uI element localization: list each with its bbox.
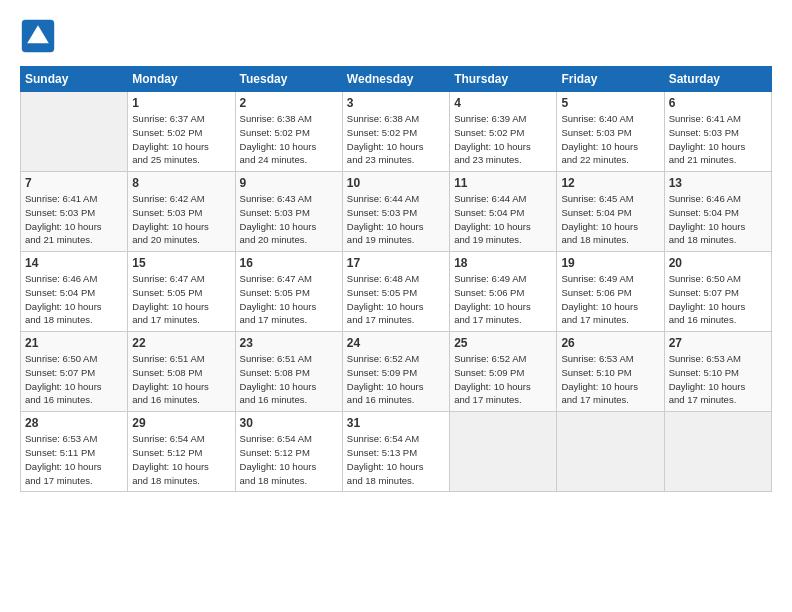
day-info: Sunrise: 6:54 AM Sunset: 5:12 PM Dayligh…: [240, 432, 338, 487]
day-number: 14: [25, 256, 123, 270]
day-info: Sunrise: 6:50 AM Sunset: 5:07 PM Dayligh…: [669, 272, 767, 327]
day-number: 29: [132, 416, 230, 430]
day-number: 25: [454, 336, 552, 350]
day-cell: 24Sunrise: 6:52 AM Sunset: 5:09 PM Dayli…: [342, 332, 449, 412]
day-number: 27: [669, 336, 767, 350]
day-number: 5: [561, 96, 659, 110]
day-info: Sunrise: 6:46 AM Sunset: 5:04 PM Dayligh…: [669, 192, 767, 247]
day-number: 26: [561, 336, 659, 350]
day-number: 7: [25, 176, 123, 190]
col-header-sunday: Sunday: [21, 67, 128, 92]
day-cell: 30Sunrise: 6:54 AM Sunset: 5:12 PM Dayli…: [235, 412, 342, 492]
day-info: Sunrise: 6:49 AM Sunset: 5:06 PM Dayligh…: [454, 272, 552, 327]
week-row-5: 28Sunrise: 6:53 AM Sunset: 5:11 PM Dayli…: [21, 412, 772, 492]
day-number: 17: [347, 256, 445, 270]
day-info: Sunrise: 6:42 AM Sunset: 5:03 PM Dayligh…: [132, 192, 230, 247]
day-info: Sunrise: 6:50 AM Sunset: 5:07 PM Dayligh…: [25, 352, 123, 407]
logo-icon: [20, 18, 56, 54]
day-cell: 6Sunrise: 6:41 AM Sunset: 5:03 PM Daylig…: [664, 92, 771, 172]
day-cell: 20Sunrise: 6:50 AM Sunset: 5:07 PM Dayli…: [664, 252, 771, 332]
col-header-friday: Friday: [557, 67, 664, 92]
day-info: Sunrise: 6:44 AM Sunset: 5:03 PM Dayligh…: [347, 192, 445, 247]
day-cell: 14Sunrise: 6:46 AM Sunset: 5:04 PM Dayli…: [21, 252, 128, 332]
col-header-thursday: Thursday: [450, 67, 557, 92]
day-cell: 22Sunrise: 6:51 AM Sunset: 5:08 PM Dayli…: [128, 332, 235, 412]
day-cell: 25Sunrise: 6:52 AM Sunset: 5:09 PM Dayli…: [450, 332, 557, 412]
day-number: 13: [669, 176, 767, 190]
day-cell: 8Sunrise: 6:42 AM Sunset: 5:03 PM Daylig…: [128, 172, 235, 252]
day-cell: 15Sunrise: 6:47 AM Sunset: 5:05 PM Dayli…: [128, 252, 235, 332]
day-number: 24: [347, 336, 445, 350]
day-info: Sunrise: 6:54 AM Sunset: 5:13 PM Dayligh…: [347, 432, 445, 487]
day-number: 30: [240, 416, 338, 430]
calendar-table: SundayMondayTuesdayWednesdayThursdayFrid…: [20, 66, 772, 492]
day-number: 31: [347, 416, 445, 430]
day-number: 12: [561, 176, 659, 190]
day-info: Sunrise: 6:53 AM Sunset: 5:11 PM Dayligh…: [25, 432, 123, 487]
day-cell: [664, 412, 771, 492]
day-info: Sunrise: 6:54 AM Sunset: 5:12 PM Dayligh…: [132, 432, 230, 487]
day-cell: 3Sunrise: 6:38 AM Sunset: 5:02 PM Daylig…: [342, 92, 449, 172]
day-number: 22: [132, 336, 230, 350]
day-number: 28: [25, 416, 123, 430]
header: [20, 18, 772, 54]
day-cell: 9Sunrise: 6:43 AM Sunset: 5:03 PM Daylig…: [235, 172, 342, 252]
col-header-wednesday: Wednesday: [342, 67, 449, 92]
week-row-2: 7Sunrise: 6:41 AM Sunset: 5:03 PM Daylig…: [21, 172, 772, 252]
day-info: Sunrise: 6:41 AM Sunset: 5:03 PM Dayligh…: [25, 192, 123, 247]
day-info: Sunrise: 6:47 AM Sunset: 5:05 PM Dayligh…: [240, 272, 338, 327]
day-number: 10: [347, 176, 445, 190]
day-cell: 27Sunrise: 6:53 AM Sunset: 5:10 PM Dayli…: [664, 332, 771, 412]
day-cell: 10Sunrise: 6:44 AM Sunset: 5:03 PM Dayli…: [342, 172, 449, 252]
day-info: Sunrise: 6:49 AM Sunset: 5:06 PM Dayligh…: [561, 272, 659, 327]
day-number: 6: [669, 96, 767, 110]
day-number: 2: [240, 96, 338, 110]
day-cell: 5Sunrise: 6:40 AM Sunset: 5:03 PM Daylig…: [557, 92, 664, 172]
day-info: Sunrise: 6:53 AM Sunset: 5:10 PM Dayligh…: [561, 352, 659, 407]
day-number: 15: [132, 256, 230, 270]
day-info: Sunrise: 6:47 AM Sunset: 5:05 PM Dayligh…: [132, 272, 230, 327]
col-header-saturday: Saturday: [664, 67, 771, 92]
week-row-4: 21Sunrise: 6:50 AM Sunset: 5:07 PM Dayli…: [21, 332, 772, 412]
day-number: 23: [240, 336, 338, 350]
day-cell: 11Sunrise: 6:44 AM Sunset: 5:04 PM Dayli…: [450, 172, 557, 252]
day-info: Sunrise: 6:43 AM Sunset: 5:03 PM Dayligh…: [240, 192, 338, 247]
day-number: 4: [454, 96, 552, 110]
week-row-1: 1Sunrise: 6:37 AM Sunset: 5:02 PM Daylig…: [21, 92, 772, 172]
day-number: 19: [561, 256, 659, 270]
day-info: Sunrise: 6:52 AM Sunset: 5:09 PM Dayligh…: [347, 352, 445, 407]
day-cell: 17Sunrise: 6:48 AM Sunset: 5:05 PM Dayli…: [342, 252, 449, 332]
day-cell: 23Sunrise: 6:51 AM Sunset: 5:08 PM Dayli…: [235, 332, 342, 412]
day-cell: 19Sunrise: 6:49 AM Sunset: 5:06 PM Dayli…: [557, 252, 664, 332]
day-cell: 1Sunrise: 6:37 AM Sunset: 5:02 PM Daylig…: [128, 92, 235, 172]
day-info: Sunrise: 6:52 AM Sunset: 5:09 PM Dayligh…: [454, 352, 552, 407]
day-info: Sunrise: 6:40 AM Sunset: 5:03 PM Dayligh…: [561, 112, 659, 167]
day-cell: 13Sunrise: 6:46 AM Sunset: 5:04 PM Dayli…: [664, 172, 771, 252]
page: SundayMondayTuesdayWednesdayThursdayFrid…: [0, 0, 792, 504]
day-cell: 18Sunrise: 6:49 AM Sunset: 5:06 PM Dayli…: [450, 252, 557, 332]
col-header-monday: Monday: [128, 67, 235, 92]
day-number: 1: [132, 96, 230, 110]
day-cell: [21, 92, 128, 172]
day-number: 9: [240, 176, 338, 190]
day-number: 20: [669, 256, 767, 270]
day-info: Sunrise: 6:51 AM Sunset: 5:08 PM Dayligh…: [132, 352, 230, 407]
day-info: Sunrise: 6:45 AM Sunset: 5:04 PM Dayligh…: [561, 192, 659, 247]
day-number: 11: [454, 176, 552, 190]
day-info: Sunrise: 6:51 AM Sunset: 5:08 PM Dayligh…: [240, 352, 338, 407]
logo: [20, 18, 60, 54]
day-info: Sunrise: 6:44 AM Sunset: 5:04 PM Dayligh…: [454, 192, 552, 247]
day-number: 21: [25, 336, 123, 350]
day-info: Sunrise: 6:53 AM Sunset: 5:10 PM Dayligh…: [669, 352, 767, 407]
day-cell: 28Sunrise: 6:53 AM Sunset: 5:11 PM Dayli…: [21, 412, 128, 492]
day-info: Sunrise: 6:39 AM Sunset: 5:02 PM Dayligh…: [454, 112, 552, 167]
day-cell: 29Sunrise: 6:54 AM Sunset: 5:12 PM Dayli…: [128, 412, 235, 492]
week-row-3: 14Sunrise: 6:46 AM Sunset: 5:04 PM Dayli…: [21, 252, 772, 332]
day-cell: [450, 412, 557, 492]
day-cell: 26Sunrise: 6:53 AM Sunset: 5:10 PM Dayli…: [557, 332, 664, 412]
col-header-tuesday: Tuesday: [235, 67, 342, 92]
day-cell: 16Sunrise: 6:47 AM Sunset: 5:05 PM Dayli…: [235, 252, 342, 332]
day-cell: [557, 412, 664, 492]
header-row: SundayMondayTuesdayWednesdayThursdayFrid…: [21, 67, 772, 92]
day-info: Sunrise: 6:48 AM Sunset: 5:05 PM Dayligh…: [347, 272, 445, 327]
